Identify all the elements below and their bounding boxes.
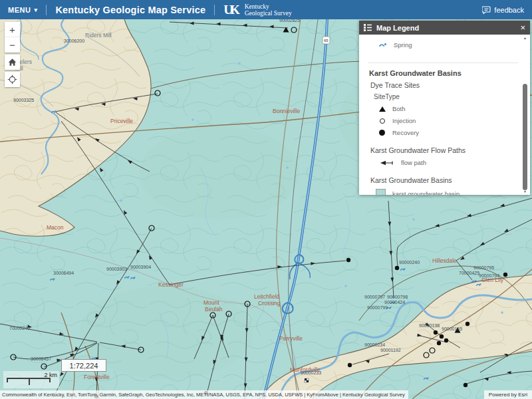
- header-divider: [214, 5, 215, 15]
- map-label: Perryville: [279, 335, 303, 342]
- scrollbar-thumb[interactable]: [523, 84, 527, 190]
- feedback-button[interactable]: feedback: [482, 6, 524, 14]
- scroll-down-icon[interactable]: ▼: [522, 190, 528, 194]
- zoom-in-button[interactable]: +: [5, 22, 20, 37]
- recovery-dot-icon: [378, 130, 386, 136]
- locate-icon: [7, 74, 17, 84]
- map-label: Kessinger: [158, 281, 184, 288]
- map-label: 90000799: [367, 305, 388, 310]
- powered-by-esri: Powered by Esri: [484, 390, 532, 399]
- map-label: Leitchfield: [254, 293, 280, 300]
- map-label: 90003325: [13, 98, 34, 102]
- menu-label: MENU: [8, 6, 31, 14]
- attribution-text: Commonwealth of Kentucky, Esri, TomTom, …: [0, 390, 408, 399]
- map-label: 90000240: [399, 260, 420, 265]
- map-label: Forestville: [84, 374, 110, 380]
- scalebar-tick: [29, 378, 30, 385]
- scalebar: 2 km: [3, 371, 59, 388]
- legend-layer-basins: Karst Groundwater Basins: [370, 176, 518, 184]
- chevron-down-icon: ▾: [34, 7, 37, 13]
- map-label: 90000234: [364, 342, 385, 347]
- map-label: 90000797: [364, 295, 385, 299]
- map-label: Priceville: [110, 118, 133, 124]
- map-label: 90000155: [442, 327, 462, 331]
- zoom-control-group: + −: [5, 22, 20, 53]
- map-label: 70000246: [9, 326, 30, 331]
- map-label: Mount: [203, 299, 219, 306]
- legend-scrollbar[interactable]: ▲ ▼: [522, 36, 528, 194]
- legend-field-sitetype: SiteType: [374, 93, 518, 100]
- svg-text:65: 65: [324, 39, 329, 43]
- close-icon[interactable]: ×: [520, 23, 525, 32]
- map-label: 90000794: [479, 273, 499, 278]
- uk-monogram-logo: UK: [223, 3, 240, 17]
- map-label: 90000795: [473, 265, 494, 270]
- map-controls: + −: [5, 22, 20, 87]
- legend-item-flow-path: flow path: [378, 159, 518, 166]
- injection-circle-icon: [378, 118, 386, 124]
- menu-button[interactable]: MENU ▾: [8, 6, 37, 14]
- map-label: Beulah: [205, 306, 223, 313]
- map-label: 90000424: [384, 300, 405, 305]
- both-triangle-icon: [378, 106, 386, 112]
- map-label: 90001192: [380, 348, 401, 352]
- map-label: Bonnieville: [273, 108, 300, 114]
- app-header: MENU ▾ Kentucky Geologic Map Service UK …: [0, 0, 532, 19]
- map-label: 30006494: [53, 271, 74, 275]
- map-label: Hillesdale: [432, 257, 457, 264]
- legend-layer-dye-trace: Dye Trace Sites: [370, 81, 518, 89]
- home-button[interactable]: [5, 55, 20, 70]
- legend-layer-flow-paths: Karst Groundwater Flow Paths: [370, 146, 518, 154]
- legend-group-heading: Karst Groundwater Basins: [369, 69, 518, 77]
- spring-icon: [378, 42, 388, 49]
- legend-divider: [368, 63, 518, 63]
- legend-item-spring: Spring: [378, 41, 518, 49]
- legend-title: Map Legend: [376, 24, 419, 32]
- legend-item-basin: karst groundwater basin: [376, 189, 518, 195]
- map-label: 70000425: [459, 271, 479, 275]
- zoom-out-button[interactable]: −: [5, 37, 20, 53]
- scroll-up-icon[interactable]: ▲: [522, 36, 528, 40]
- map-label: Macon: [47, 224, 64, 231]
- map-label: Riders Mill: [85, 32, 112, 39]
- map-label: 90000233: [301, 370, 321, 375]
- map-label: 90003904: [130, 265, 151, 269]
- legend-item-injection: Injection: [378, 117, 518, 124]
- flow-path-arrow-icon: [378, 160, 394, 166]
- locate-button[interactable]: [5, 72, 20, 87]
- legend-item-recovery: Recovery: [378, 129, 518, 136]
- basin-swatch-icon: [376, 189, 386, 195]
- map-label: 90000138: [419, 323, 440, 328]
- app-title: Kentucky Geologic Map Service: [55, 5, 205, 15]
- spring-label: Spring: [394, 41, 412, 49]
- legend-panel-header: Map Legend ×: [359, 21, 530, 35]
- scale-ratio-box: 1:72,224: [61, 359, 106, 372]
- kgs-logo: UK Kentucky Geological Survey: [223, 3, 291, 17]
- map-label: 30006457: [31, 356, 51, 361]
- kgs-logo-text: Kentucky Geological Survey: [245, 3, 292, 17]
- legend-body: Spring Karst Groundwater Basins Dye Trac…: [359, 35, 530, 195]
- map-label: Crossing: [258, 300, 281, 307]
- legend-item-both: Both: [378, 105, 518, 112]
- map-label: 90003903: [106, 267, 127, 271]
- feedback-label: feedback: [494, 6, 524, 14]
- feedback-bubble-icon: [482, 6, 491, 14]
- legend-panel: Map Legend × Spring Karst Groundwater Ba…: [359, 21, 530, 195]
- home-icon: [7, 57, 17, 67]
- header-divider: [46, 5, 47, 15]
- map-label: 30006200: [64, 39, 84, 43]
- map-label: 90000798: [387, 295, 408, 299]
- legend-list-icon: [364, 24, 372, 31]
